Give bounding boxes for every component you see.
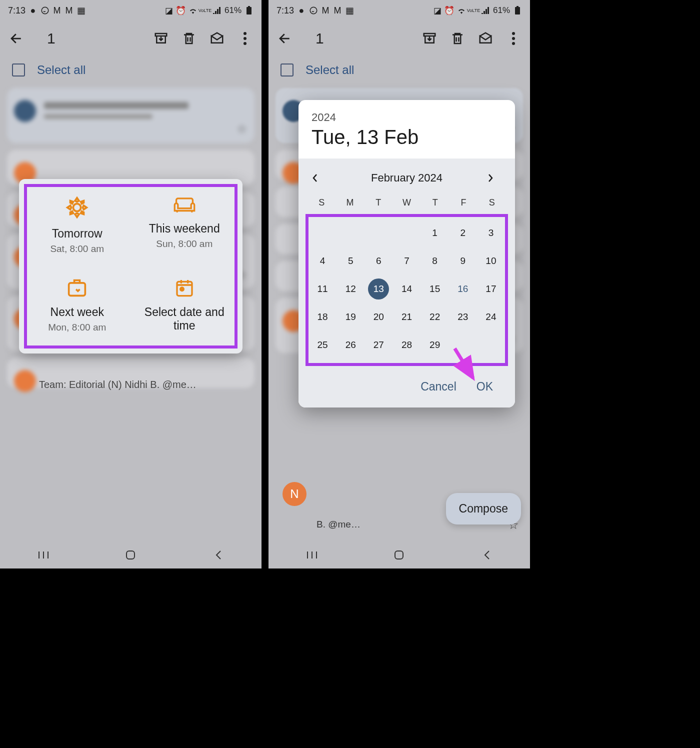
snooze-tomorrow[interactable]: Tomorrow Sat, 8:00 am (26, 192, 128, 258)
snooze-tomorrow-sub: Sat, 8:00 am (50, 244, 104, 254)
snooze-weekend-title: This weekend (149, 222, 220, 236)
calendar-day[interactable]: 25 (308, 331, 336, 359)
calendar-day[interactable]: 28 (392, 331, 420, 359)
svg-point-10 (180, 288, 184, 291)
calendar-grid: 1234567891011121314151617181920212223242… (308, 219, 505, 359)
calendar-day (308, 219, 336, 247)
calendar-day[interactable]: 21 (392, 303, 420, 331)
calendar-day[interactable]: 23 (449, 303, 477, 331)
calendar-day (364, 219, 392, 247)
svg-rect-11 (126, 551, 134, 559)
snooze-popup: Tomorrow Sat, 8:00 am This weekend Sun, … (19, 179, 242, 354)
calendar-day[interactable]: 9 (449, 247, 477, 275)
month-nav: February 2024 (306, 168, 508, 192)
teaser-line: Team: Editorial (N) Nidhi B. @me… (39, 379, 196, 390)
calendar-day[interactable]: 26 (336, 331, 364, 359)
weekday-row: SMTWTFS (306, 192, 508, 212)
avatar: N (282, 482, 306, 506)
calendar-day[interactable]: 5 (336, 247, 364, 275)
calendar-day[interactable]: 27 (364, 331, 392, 359)
weekday-label: T (364, 198, 392, 208)
calendar-day[interactable]: 8 (421, 247, 449, 275)
calendar-day[interactable]: 6 (364, 247, 392, 275)
svg-rect-9 (177, 282, 192, 296)
snooze-custom[interactable]: Select date and time (134, 274, 236, 340)
couch-icon (173, 196, 196, 214)
snooze-nextweek[interactable]: Next week Mon, 8:00 am (26, 274, 128, 340)
calendar-day[interactable]: 1 (421, 219, 449, 247)
calendar-day[interactable]: 7 (392, 247, 420, 275)
calendar-day[interactable]: 15 (421, 275, 449, 303)
date-picker-popup: 2024 Tue, 13 Feb February 2024 SMTWTFS 1… (298, 100, 515, 408)
nav-bar (0, 542, 262, 568)
calendar-day[interactable]: 16 (449, 275, 477, 303)
snooze-nextweek-title: Next week (50, 306, 104, 319)
calendar-day (392, 219, 420, 247)
calendar-day[interactable]: 11 (308, 275, 336, 303)
nav-back-icon[interactable] (480, 550, 494, 560)
nav-bar (268, 542, 530, 568)
svg-rect-20 (395, 551, 403, 559)
svg-point-7 (74, 204, 81, 211)
nav-home-icon[interactable] (124, 550, 138, 560)
left-screenshot: 7:13 ● M M ▦ ◪ ⏰ VoLTE 61% 1 Select all (0, 0, 262, 568)
prev-month-icon[interactable] (312, 173, 326, 183)
snooze-tomorrow-title: Tomorrow (52, 227, 102, 240)
date-year[interactable]: 2024 (312, 111, 502, 124)
weekday-label: S (478, 198, 506, 208)
nav-back-icon[interactable] (211, 550, 225, 560)
calendar-day[interactable]: 13 (364, 275, 392, 303)
nav-recents-icon[interactable] (305, 550, 319, 560)
snooze-custom-title: Select date and time (138, 306, 232, 332)
next-month-icon[interactable] (487, 173, 502, 183)
calendar-day (336, 219, 364, 247)
snooze-weekend-sub: Sun, 8:00 am (156, 238, 212, 250)
snooze-nextweek-sub: Mon, 8:00 am (48, 322, 106, 333)
cancel-button[interactable]: Cancel (420, 380, 456, 394)
weekday-label: W (392, 198, 421, 208)
calendar-day[interactable]: 2 (449, 219, 477, 247)
annotation-highlight: 1234567891011121314151617181920212223242… (306, 214, 508, 366)
weekday-label: S (308, 198, 336, 208)
list-item[interactable]: ☆ (7, 88, 254, 143)
date-full: Tue, 13 Feb (312, 126, 502, 148)
date-header: 2024 Tue, 13 Feb (298, 100, 515, 158)
calendar-day[interactable]: 14 (392, 275, 420, 303)
calendar-day[interactable]: 17 (477, 275, 505, 303)
snooze-weekend[interactable]: This weekend Sun, 8:00 am (134, 192, 236, 258)
calendar-day[interactable]: 4 (308, 247, 336, 275)
weekday-label: T (421, 198, 450, 208)
calendar-day[interactable]: 22 (421, 303, 449, 331)
briefcase-icon (66, 278, 88, 298)
calendar-day[interactable]: 10 (477, 247, 505, 275)
calendar-day[interactable]: 3 (477, 219, 505, 247)
weekday-label: F (450, 198, 478, 208)
sun-icon (66, 196, 88, 219)
month-label[interactable]: February 2024 (371, 172, 442, 184)
calendar-day[interactable]: 29 (421, 331, 449, 359)
calendar-day (477, 331, 505, 359)
calendar-day[interactable]: 12 (336, 275, 364, 303)
calendar-day[interactable]: 18 (308, 303, 336, 331)
compose-button[interactable]: Compose (446, 493, 521, 524)
snippet: B. @me… (316, 519, 360, 530)
right-screenshot: 7:13 ● M M ▦ ◪ ⏰ VoLTE 61% 1 Select all (268, 0, 530, 568)
calendar-day[interactable]: 19 (336, 303, 364, 331)
calendar-day[interactable]: 24 (477, 303, 505, 331)
calendar-day[interactable]: 20 (364, 303, 392, 331)
nav-home-icon[interactable] (392, 550, 406, 560)
weekday-label: M (336, 198, 364, 208)
nav-recents-icon[interactable] (36, 550, 50, 560)
calendar-icon (174, 278, 194, 298)
